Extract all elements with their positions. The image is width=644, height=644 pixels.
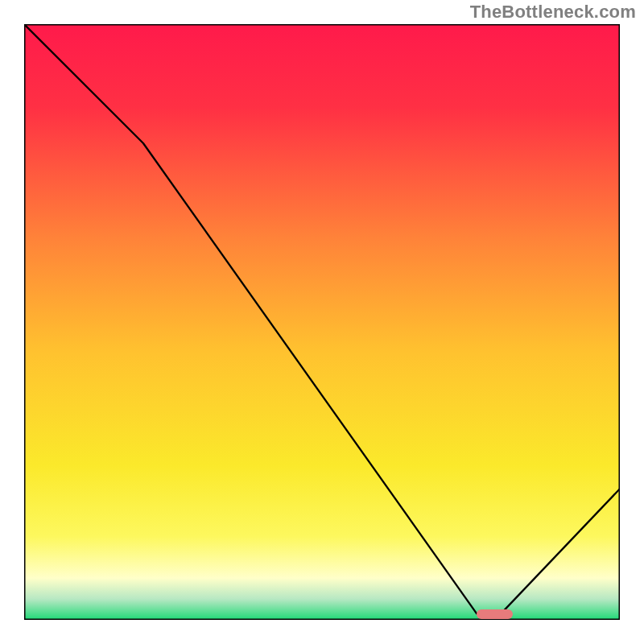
chart-plot-area bbox=[24, 24, 620, 620]
chart-stage: TheBottleneck.com bbox=[0, 0, 644, 644]
chart-svg bbox=[24, 24, 620, 620]
optimal-range-marker bbox=[477, 609, 512, 619]
watermark-text: TheBottleneck.com bbox=[470, 2, 636, 23]
